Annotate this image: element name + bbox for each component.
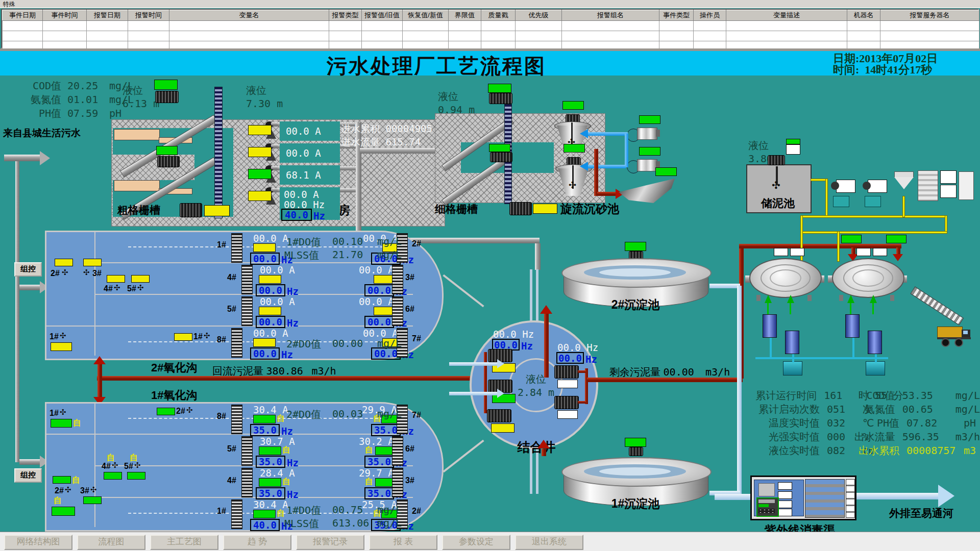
alarm-col-header[interactable]: 优先级 <box>516 10 562 21</box>
grit-pump2-status-indicator <box>639 147 660 156</box>
auto-mode-tag: 自 <box>277 508 285 519</box>
transfer-pump-icon <box>866 361 885 375</box>
group-control-button-2[interactable]: 组控 <box>14 262 42 277</box>
group-control-button-1[interactable]: 组控 <box>14 468 42 483</box>
alarm-col-header[interactable]: 机器名 <box>847 10 880 21</box>
mlss-unit: mg/L <box>377 517 402 529</box>
metric-value: 20.25 <box>61 80 109 92</box>
junction-level-value: 2.84 m <box>518 386 554 398</box>
rotor-frequency-setpoint[interactable]: 35.0 <box>256 487 285 499</box>
menu-bar: 特殊 <box>0 0 980 8</box>
mixer-number: 3# <box>92 269 102 278</box>
scada-screen: 特殊 事件日期 事件时间 报警日期 报警时间 变量名 报警类型 报警值/旧值 恢… <box>0 0 980 551</box>
alarm-col-header[interactable]: 报警类型 <box>329 10 362 21</box>
alarm-col-header[interactable]: 事件类型 <box>659 10 694 21</box>
auto-mode-tag: 自 <box>282 445 290 456</box>
truck-wheel-icon <box>954 338 963 347</box>
nav-button-trend[interactable]: 趋 势 <box>223 535 291 550</box>
rotor-brush-icon <box>392 296 403 326</box>
alarm-col-header[interactable]: 事件日期 <box>3 10 43 21</box>
nav-button-exit[interactable]: 退出系统 <box>515 535 583 550</box>
uv-inlet-pipe <box>715 494 751 500</box>
polymer-box <box>959 171 974 200</box>
nav-button-report[interactable]: 报 表 <box>369 535 437 550</box>
alarm-col-header[interactable]: 界限值 <box>449 10 481 21</box>
junction-right-setpoint[interactable]: 00.0 <box>556 352 584 364</box>
alarm-col-header[interactable]: 报警组名 <box>562 10 659 21</box>
alarm-col-header[interactable]: 报警日期 <box>87 10 128 21</box>
menu-item-special[interactable]: 特殊 <box>3 1 15 8</box>
feed-line <box>767 303 769 314</box>
grit-chamber-label: 旋流沉砂池 <box>560 201 619 217</box>
rotor-brush-icon <box>241 265 253 294</box>
alarm-col-header[interactable]: 质量戳 <box>481 10 516 21</box>
nav-button-network[interactable]: 网络结构图 <box>4 535 72 550</box>
nav-button-alarm-log[interactable]: 报警记录 <box>296 535 364 550</box>
rotor-frequency-setpoint[interactable]: 35.0 <box>256 456 285 468</box>
sludge-arrow-up-icon <box>93 356 106 364</box>
rotor-current: 00.0 A <box>253 233 288 244</box>
rotor-frequency-setpoint[interactable]: 00.0 <box>256 284 285 296</box>
nav-button-main-process[interactable]: 主工艺图 <box>150 535 218 550</box>
mixer-number: 1# <box>50 409 59 418</box>
rotor-frequency-setpoint[interactable]: 35.0 <box>250 424 280 436</box>
hz-unit: Hz <box>287 286 299 297</box>
uv-controller[interactable] <box>756 497 779 517</box>
rotor-frequency-setpoint[interactable]: 00.0 <box>364 316 394 328</box>
mixer-number: 4# <box>102 462 111 471</box>
nav-button-parameters[interactable]: 参数设定 <box>442 535 510 550</box>
rotor-brush-icon <box>241 296 253 326</box>
stat-label: 累计运行时间 <box>735 389 817 403</box>
rotor-frequency-setpoint[interactable]: 35.0 <box>364 456 394 468</box>
mixer-status-indicator <box>131 275 150 283</box>
return-sludge-riser <box>97 364 102 398</box>
screen2-status-indicator <box>156 146 178 155</box>
ditch2-label: 2#氧化沟 <box>151 360 197 375</box>
alarm-col-header[interactable]: 操作员 <box>694 10 726 21</box>
weir-block <box>114 180 160 191</box>
alarm-col-header[interactable]: 变量名 <box>169 10 329 21</box>
fine2-status-indicator <box>489 144 510 152</box>
alarm-col-header[interactable]: 报警时间 <box>128 10 169 21</box>
pump4-frequency-setpoint[interactable]: 40.0 <box>281 209 312 221</box>
alarm-col-header[interactable]: 报警服务器名 <box>880 10 979 21</box>
stat-unit: mg/L <box>955 403 980 415</box>
rotor-frequency-setpoint[interactable]: 00.0 <box>364 284 394 296</box>
mixer-status-indicator <box>127 472 145 480</box>
clarifier2-label: 2#沉淀池 <box>561 297 709 313</box>
mixer-status-indicator <box>107 275 125 283</box>
do-label: 2#DO值 <box>286 337 321 351</box>
rotor-brush-icon <box>392 468 403 497</box>
alarm-col-header[interactable]: 事件时间 <box>43 10 87 21</box>
pump1-status-indicator <box>248 125 272 135</box>
alarm-col-header[interactable]: 恢复值/新值 <box>403 10 449 21</box>
rotor-brush-icon <box>392 265 403 294</box>
alarm-col-header[interactable]: 报警值/旧值 <box>362 10 403 21</box>
nav-button-flow[interactable]: 流程图 <box>77 535 145 550</box>
rotor-frequency-setpoint[interactable]: 00.0 <box>250 347 280 360</box>
thickener-1 <box>745 254 824 301</box>
alarm-col-header[interactable]: 变量描述 <box>726 10 847 21</box>
auto-mode-tag: 自 <box>365 477 373 487</box>
rotor-number: 7# <box>412 334 421 343</box>
grit-pump1-status-indicator <box>639 115 660 124</box>
mixer-status-indicator <box>51 419 72 428</box>
cyan-line <box>755 357 888 359</box>
rotor-frequency-setpoint[interactable]: 40.0 <box>250 519 280 531</box>
screen-drive-status-indicator <box>204 205 230 216</box>
metric-label: PH值 <box>12 107 61 120</box>
feeder-motor-icon <box>831 182 839 190</box>
rotor-frequency-setpoint[interactable]: 35.0 <box>364 487 394 499</box>
stat-label: 累计启动次数 <box>735 403 820 416</box>
mixer-status-indicator <box>174 333 192 341</box>
junction-maroon-header <box>484 352 487 413</box>
polymer-box <box>940 170 957 184</box>
grit2-status-indicator <box>564 144 585 153</box>
junction-maroon-stub <box>578 401 586 404</box>
rotor-frequency-setpoint[interactable]: 00.0 <box>250 253 280 265</box>
screen-drive-motor-icon <box>180 203 202 217</box>
pump-house-level: 液位7.30 m <box>246 84 283 110</box>
rotor-frequency-setpoint[interactable]: 00.0 <box>256 316 285 328</box>
page-title: 污水处理厂工艺流程图 <box>316 52 556 80</box>
junction-inlet-arrow-icon <box>497 389 504 398</box>
